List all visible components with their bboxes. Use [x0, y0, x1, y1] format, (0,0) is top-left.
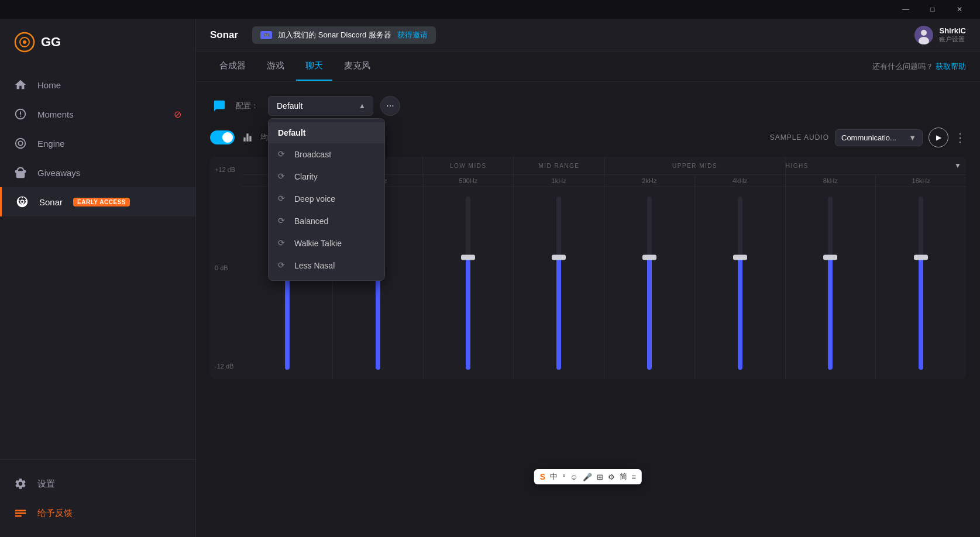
sidebar-item-feedback-label: 给予反馈 [37, 508, 73, 519]
sidebar-item-moments[interactable]: Moments ⊘ [0, 99, 195, 129]
preset-option-clarity-label: Clarity [294, 172, 318, 181]
ime-grid[interactable]: ⊞ [597, 473, 603, 481]
sidebar-item-giveaways-label: Giveaways [37, 168, 80, 178]
tab-mixer[interactable]: 合成器 [210, 52, 255, 81]
fader-handle-1kHz[interactable] [552, 254, 566, 260]
maximize-button[interactable]: □ [919, 0, 946, 19]
feedback-icon [14, 507, 27, 519]
page-title: Sonar [210, 29, 238, 41]
band-header-upper-mids: UPPER MIDS [605, 157, 786, 174]
fader-track-8kHz[interactable] [828, 197, 833, 370]
db-minus12: -12 dB [215, 363, 238, 370]
more-options-button[interactable]: ··· [380, 96, 400, 116]
walkie-talkie-icon: ⟳ [278, 238, 288, 249]
preset-option-deep-voice-label: Deep voice [294, 194, 335, 204]
fader-column-4kHz [695, 187, 786, 379]
sidebar-item-sonar-label: Sonar [39, 197, 63, 207]
fader-track-4kHz[interactable] [738, 197, 742, 370]
preset-option-balanced[interactable]: ⟳ Balanced [269, 210, 384, 232]
ime-s-icon: S [540, 472, 545, 481]
ime-period: ° [562, 473, 565, 481]
preset-option-deep-voice[interactable]: ⟳ Deep voice [269, 188, 384, 210]
sidebar-item-sonar[interactable]: Sonar EARLY ACCESS [0, 187, 195, 216]
preset-option-less-nasal[interactable]: ⟳ Less Nasal [269, 254, 384, 277]
ime-settings[interactable]: ⚙ [608, 473, 615, 481]
preset-dropdown-button[interactable]: Default ▲ [268, 96, 373, 116]
freq-label-2k: 2kHz [604, 175, 695, 187]
close-button[interactable]: ✕ [946, 0, 973, 19]
fader-track-2kHz[interactable] [647, 197, 652, 370]
sample-device-select[interactable]: Communicatio... ▼ [835, 129, 923, 146]
sidebar-item-engine[interactable]: Engine [0, 129, 195, 158]
fader-handle-500Hz[interactable] [461, 254, 475, 260]
preset-current-value: Default [277, 101, 302, 111]
help-link[interactable]: 获取帮助 [936, 62, 966, 71]
tab-chat[interactable]: 聊天 [296, 52, 332, 81]
highs-expand-button[interactable]: ▼ [954, 161, 961, 170]
preset-option-less-nasal-label: Less Nasal [294, 261, 335, 270]
ime-mic[interactable]: 🎤 [583, 473, 592, 481]
ime-menu[interactable]: ≡ [632, 473, 637, 481]
fader-track-1kHz[interactable] [556, 197, 561, 370]
sonar-icon [16, 195, 29, 208]
ime-emoji[interactable]: ☺ [570, 473, 577, 481]
tab-game[interactable]: 游戏 [257, 52, 294, 81]
preset-option-default[interactable]: Default [269, 122, 384, 143]
freq-label-4k: 4kHz [695, 175, 786, 187]
fader-handle-16kHz[interactable] [914, 254, 928, 260]
ime-simplified[interactable]: 简 [620, 471, 627, 482]
discord-invite-link[interactable]: 获得邀请 [397, 30, 428, 40]
fader-track-500Hz[interactable] [466, 197, 470, 370]
avatar-image [914, 26, 933, 44]
band-label-mid-range: MID RANGE [538, 163, 579, 169]
freq-label-8k: 8kHz [786, 175, 876, 187]
fader-track-16kHz[interactable] [919, 197, 923, 370]
fader-column-1kHz [514, 187, 604, 379]
logo-text: GG [41, 35, 61, 50]
tab-mic[interactable]: 麦克风 [335, 52, 380, 81]
help-area: 还有什么问题吗？ 获取帮助 [872, 61, 966, 72]
sidebar-item-giveaways[interactable]: Giveaways [0, 158, 195, 187]
input-toolbar: S 中 ° ☺ 🎤 ⊞ ⚙ 简 ≡ [534, 469, 642, 484]
sidebar-nav: Home Moments ⊘ Engine [0, 66, 195, 459]
sidebar-item-settings-label: 设置 [37, 479, 55, 490]
svg-rect-3 [15, 510, 26, 512]
fader-handle-4kHz[interactable] [733, 254, 747, 260]
band-label-upper-mids: UPPER MIDS [672, 163, 717, 169]
preset-dropdown-menu: Default ⟳ Broadcast ⟳ Clarity ⟳ Deep v [268, 118, 385, 281]
fader-handle-2kHz[interactable] [642, 254, 656, 260]
preset-option-default-label: Default [278, 128, 305, 137]
fader-fill-8kHz [828, 257, 833, 370]
preset-option-walkie-talkie[interactable]: ⟳ Walkie Talkie [269, 232, 384, 254]
eq-toggle[interactable] [210, 130, 235, 144]
freq-label-500: 500Hz [424, 175, 514, 187]
help-text: 还有什么问题吗？ [872, 62, 933, 71]
user-info[interactable]: ShirkiC 账户设置 [914, 26, 966, 44]
svg-point-7 [921, 30, 927, 36]
logo-area: GG [0, 19, 195, 66]
sidebar-item-feedback[interactable]: 给予反馈 [0, 498, 195, 528]
fader-column-500Hz [424, 187, 514, 379]
deep-voice-icon: ⟳ [278, 194, 288, 204]
more-vertical-button[interactable]: ⋮ [954, 130, 966, 144]
svg-rect-5 [15, 515, 22, 517]
header-right: ShirkiC 账户设置 [914, 26, 966, 44]
fader-fill-2kHz [647, 257, 652, 370]
db-plus12: +12 dB [215, 166, 238, 173]
main-area: Sonar 🎮 加入我们的 Sonar Discord 服务器 获得邀请 [196, 19, 980, 537]
preset-option-clarity[interactable]: ⟳ Clarity [269, 166, 384, 188]
sidebar-item-settings[interactable]: 设置 [0, 469, 195, 498]
band-label-highs: HIGHS [786, 163, 809, 169]
preset-option-broadcast[interactable]: ⟳ Broadcast [269, 143, 384, 166]
freq-label-16k: 16kHz [876, 175, 966, 187]
ime-chinese-mode[interactable]: 中 [550, 471, 558, 482]
fader-handle-8kHz[interactable] [823, 254, 837, 260]
play-sample-button[interactable]: ▶ [929, 128, 948, 147]
content-area: 配置： Default ▲ Default ⟳ Broadcast [196, 82, 980, 537]
minimize-button[interactable]: — [892, 0, 919, 19]
sample-device-value: Communicatio... [841, 133, 896, 142]
sidebar-item-home[interactable]: Home [0, 70, 195, 99]
sample-select-arrow: ▼ [909, 133, 916, 142]
app-header: Sonar 🎮 加入我们的 Sonar Discord 服务器 获得邀请 [196, 19, 980, 51]
sample-audio-row: SAMPLE AUDIO Communicatio... ▼ ▶ ⋮ [770, 128, 966, 147]
